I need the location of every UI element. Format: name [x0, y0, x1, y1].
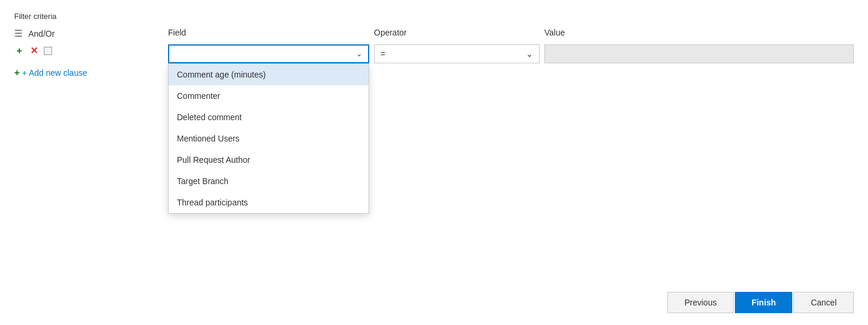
dropdown-item-target-branch[interactable]: Target Branch [169, 170, 369, 192]
operator-selected-value: = [380, 49, 385, 59]
add-clause-row: + + Add new clause [14, 67, 168, 78]
left-panel: ☰ And/Or + ✕ + + Add new clause [14, 28, 168, 89]
previous-button[interactable]: Previous [667, 292, 734, 313]
bottom-buttons: Previous Finish Cancel [667, 292, 854, 313]
field-dropdown-menu: Comment age (minutes) Commenter Deleted … [168, 63, 369, 214]
field-chevron-icon: ⌄ [356, 50, 362, 58]
dropdown-item-comment-age[interactable]: Comment age (minutes) [169, 64, 369, 85]
field-column-header: Field [168, 28, 369, 37]
finish-button[interactable]: Finish [735, 292, 792, 313]
value-column [544, 44, 854, 63]
main-layout: ☰ And/Or + ✕ + + Add new clause Field [14, 28, 854, 89]
fields-row: ⌄ Comment age (minutes) Commenter Delete… [168, 44, 854, 63]
dropdown-item-pull-request-author[interactable]: Pull Request Author [169, 149, 369, 170]
operator-select-wrapper: = ⌄ [374, 44, 540, 63]
add-row-button[interactable]: + [14, 45, 24, 57]
dropdown-item-deleted-comment[interactable]: Deleted comment [169, 107, 369, 128]
operator-column: = ⌄ [374, 44, 540, 63]
operator-select-button[interactable]: = ⌄ [374, 44, 540, 63]
columns-header-row: Field Operator Value [168, 28, 854, 41]
remove-row-button[interactable]: ✕ [28, 45, 40, 57]
value-column-header: Value [544, 28, 854, 37]
operator-chevron-icon: ⌄ [526, 49, 533, 59]
second-toolbar-row: + ✕ [14, 45, 168, 57]
add-clause-button[interactable]: + + Add new clause [14, 67, 87, 78]
field-select-wrapper: ⌄ Comment age (minutes) Commenter Delete… [168, 44, 369, 63]
toolbar-row: ☰ And/Or [14, 28, 168, 39]
andor-label: And/Or [28, 29, 54, 38]
row-checkbox[interactable] [44, 47, 52, 55]
field-select-button[interactable]: ⌄ [168, 44, 369, 63]
add-clause-plus: + [14, 67, 20, 78]
add-clause-label: + Add new clause [22, 68, 87, 78]
dropdown-item-commenter[interactable]: Commenter [169, 85, 369, 107]
field-column: ⌄ Comment age (minutes) Commenter Delete… [168, 44, 369, 63]
operator-column-header: Operator [374, 28, 540, 37]
dropdown-item-thread-participants[interactable]: Thread participants [169, 192, 369, 213]
right-panel: Field Operator Value ⌄ [168, 28, 854, 63]
page-container: Filter criteria ☰ And/Or + ✕ + + Add new… [0, 0, 868, 325]
cancel-button[interactable]: Cancel [793, 292, 854, 313]
filter-criteria-label: Filter criteria [14, 12, 854, 21]
value-input[interactable] [544, 44, 854, 63]
dropdown-item-mentioned-users[interactable]: Mentioned Users [169, 128, 369, 149]
list-icon: ☰ [14, 28, 22, 39]
